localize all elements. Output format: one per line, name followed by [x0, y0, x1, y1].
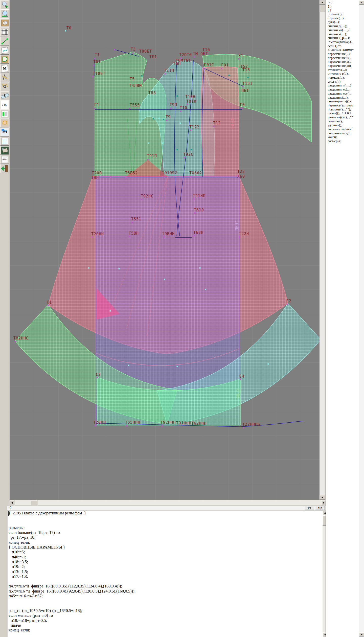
code-line[interactable]: п18:=3.5;: [9, 559, 323, 564]
point-marker[interactable]: [141, 199, 143, 200]
point-marker[interactable]: [177, 149, 178, 150]
point-marker[interactable]: [171, 108, 172, 109]
code-line[interactable]: п16:=5;: [9, 550, 323, 554]
point-marker[interactable]: [268, 363, 269, 365]
command-list-item[interactable]: перенос((),отрезо: [328, 103, 359, 107]
command-list-item[interactable]: разделить ксу(...: [328, 92, 359, 96]
command-list-item[interactable]: угол к(..);: [328, 80, 359, 84]
point-marker[interactable]: [114, 49, 115, 50]
code-line[interactable]: [9, 603, 323, 608]
point-marker[interactable]: [129, 108, 130, 109]
canvas-horizontal-scrollbar[interactable]: [10, 500, 326, 505]
command-list-item[interactable]: разделить(....);: [328, 96, 359, 100]
code-line[interactable]: размеры;: [9, 525, 323, 530]
point-marker[interactable]: [110, 310, 111, 312]
point-marker[interactable]: [194, 213, 196, 214]
point-marker[interactable]: [164, 176, 165, 177]
code-line[interactable]: п57:=п16 *л_фнк(рз_16,((80,0.4),(92,0.45…: [9, 589, 323, 594]
pattern-canvas[interactable]: Т0Т1Т01Т10БТТ3Т80БТТЯ1Т16ТМ_ОБТТ2ОТ6Т6МТ…: [10, 0, 320, 500]
code-line[interactable]: п18:=п18+рзн_т-0.5;: [9, 618, 323, 623]
code-line[interactable]: рзн_т:=(рз_19*0.5+п19)-(рз_18*0.5+п18);: [9, 608, 323, 613]
command-list-item[interactable]: разделить н(.....): [328, 83, 359, 87]
point-marker[interactable]: [184, 157, 185, 158]
point-marker[interactable]: [94, 58, 96, 59]
point-marker[interactable]: [190, 130, 192, 131]
command-list-item[interactable]: отложить в(..);: [328, 72, 359, 76]
point-marker[interactable]: [141, 75, 143, 77]
point-marker[interactable]: [92, 76, 94, 77]
scroll-left-button[interactable]: [10, 500, 14, 505]
command-list-item[interactable]: развести((),(),..,"": [328, 115, 359, 119]
command-list-item[interactable]: := ;: [328, 0, 359, 4]
point-marker[interactable]: [88, 267, 89, 269]
command-list-item[interactable]: дуга(...);: [328, 20, 359, 24]
grid-button[interactable]: [0, 28, 9, 36]
code-line[interactable]: рз_17:=рз_18;: [9, 535, 323, 540]
point-marker[interactable]: [162, 143, 163, 144]
point-marker[interactable]: [243, 427, 244, 428]
command-list-item[interactable]: пересечение(..);: [328, 52, 359, 56]
point-marker[interactable]: [128, 365, 129, 366]
command-list-item[interactable]: сжать((),..1.1.0.9.: [328, 111, 359, 115]
command-list-item[interactable]: удалить();: [328, 123, 359, 127]
table-button[interactable]: [0, 109, 9, 118]
code-line[interactable]: если больше(рз_18,рз_17) то: [9, 530, 323, 535]
code-line[interactable]: конец_если;: [9, 540, 323, 545]
command-list-item[interactable]: выполнить(dmod: [328, 127, 359, 131]
alg-button[interactable]: ALG: [0, 155, 9, 164]
code-line[interactable]: [9, 520, 323, 525]
zoom-in-button[interactable]: [0, 0, 9, 9]
canvas-vertical-scrollbar[interactable]: [320, 0, 325, 500]
command-list-item[interactable]: [ ]: [328, 8, 359, 12]
point-marker[interactable]: [94, 108, 96, 109]
point-marker[interactable]: [148, 143, 149, 144]
point-marker[interactable]: [229, 75, 230, 76]
command-list-item[interactable]: симметрия л((),с: [328, 99, 359, 103]
code-line[interactable]: [9, 579, 323, 584]
point-marker[interactable]: [177, 96, 178, 97]
point-marker[interactable]: [125, 177, 127, 178]
command-list-item[interactable]: :=точка(.);: [328, 12, 359, 16]
point-marker[interactable]: [163, 119, 164, 120]
point-marker[interactable]: [194, 235, 195, 236]
code-line[interactable]: п47:=п16*л_фнк(рз_16,((80,0.35),(112,0.3…: [9, 584, 323, 588]
point-marker[interactable]: [240, 379, 241, 380]
command-list-item[interactable]: ЗАПИСАТЬ(имя=: [328, 48, 359, 52]
drawing-page-button[interactable]: [0, 46, 9, 55]
command-list-item[interactable]: поворот((),..."");: [328, 107, 359, 111]
point-marker[interactable]: [180, 123, 181, 124]
point-marker[interactable]: [187, 104, 188, 105]
command-list-item[interactable]: ломаная();: [328, 119, 359, 123]
command-list-item[interactable]: если () то: [328, 44, 359, 48]
zoom-out-button[interactable]: [0, 9, 9, 18]
list-button[interactable]: [0, 137, 9, 146]
point-marker[interactable]: [93, 65, 95, 66]
scroll-up-button[interactable]: [320, 0, 325, 5]
point-marker[interactable]: [199, 267, 201, 269]
command-list-item[interactable]: сплайн д(....);: [328, 24, 359, 28]
command-list-item[interactable]: отрезок( . );: [328, 16, 359, 20]
point-marker[interactable]: [164, 279, 165, 280]
code-line[interactable]: п19:=2;: [9, 564, 323, 569]
vscroll-thumb[interactable]: [320, 5, 325, 12]
point-marker[interactable]: [132, 222, 133, 223]
code-line[interactable]: { ОСНОВНЫЕ ПАРАМЕТРЫ }: [9, 545, 323, 550]
command-list-item[interactable]: пересечение д(..: [328, 60, 359, 64]
letter-g-button[interactable]: G: [0, 82, 9, 91]
point-marker[interactable]: [166, 120, 167, 121]
command-list-item[interactable]: { }: [328, 4, 359, 8]
command-list-item[interactable]: пересечение дн(: [328, 64, 359, 68]
command-list-item[interactable]: сплайн к∏(....);: [328, 36, 359, 40]
code-line[interactable]: п13:=1.5;: [9, 569, 323, 574]
drafting-tools-button[interactable]: [0, 73, 9, 82]
point-marker[interactable]: [97, 377, 98, 378]
point-marker[interactable]: [203, 68, 205, 69]
point-marker[interactable]: [119, 268, 120, 269]
hscroll-thumb[interactable]: [31, 500, 37, 505]
point-marker[interactable]: [242, 86, 244, 87]
portrait-button[interactable]: [0, 119, 9, 127]
point-marker[interactable]: [205, 289, 206, 290]
ruler-button[interactable]: 8: [0, 91, 9, 100]
point-marker[interactable]: [92, 237, 93, 238]
code-line[interactable]: если меньше (рзн_т,0) то: [9, 613, 323, 618]
